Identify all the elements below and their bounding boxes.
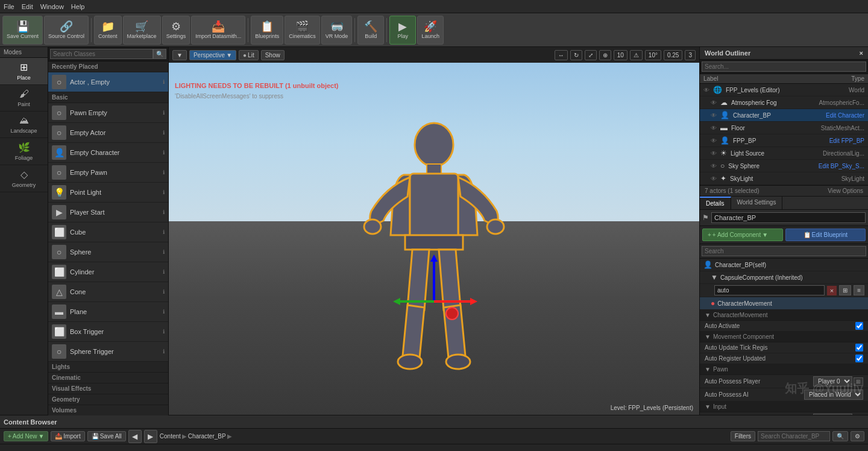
outliner-sky-edit[interactable]: Edit BP_Sky_S... [819,163,864,169]
content-button[interactable]: 📁 Content [94,16,122,45]
cb-nav-forward[interactable]: ▶ [144,430,157,443]
section-pawn[interactable]: ▼ Pawn [700,364,868,375]
outliner-item-light-source[interactable]: 👁 ☀ Light Source DirectionalLig... [700,147,868,160]
sky-visibility-icon[interactable]: 👁 [711,163,717,169]
details-name-input[interactable] [711,212,866,223]
angle-snap[interactable]: 10° [645,50,661,60]
gizmo-world[interactable]: ⊕ [599,50,611,60]
place-item-empty-actor[interactable]: ○ Empty Actor ℹ [48,123,168,143]
auto-tick-checkbox[interactable] [855,344,863,352]
outliner-item-atmospheric-fog[interactable]: 👁 ☁ Atmospheric Fog AtmosphericFo... [700,96,868,109]
cb-search-input[interactable] [758,431,830,441]
show-button[interactable]: Show [261,50,285,60]
outliner-item-skylight[interactable]: 👁 ✦ SkyLight SkyLight [700,172,868,185]
tab-details[interactable]: Details [700,197,731,209]
possess-player-edit[interactable]: ⊞ [854,377,863,386]
char-visibility-icon[interactable]: 👁 [711,112,717,119]
mode-paint[interactable]: 🖌 Paint [0,85,48,112]
play-button[interactable]: ▶ Play [389,16,416,45]
category-cinematic[interactable]: Cinematic [48,373,168,383]
perspective-button[interactable]: Perspective ▼ [189,50,236,60]
place-item-plane[interactable]: ▬ Plane ℹ [48,302,168,322]
category-recently-placed[interactable]: Recently Placed [48,62,168,72]
category-basic[interactable]: Basic [48,92,168,103]
place-item-pawn-empty[interactable]: ○ Pawn Empty ℹ [48,103,168,123]
save-all-button[interactable]: 💾 Save All [87,431,126,441]
comp-auto-btn2[interactable]: ≡ [854,285,864,295]
edit-blueprint-button[interactable]: 📋 Edit Blueprint [785,229,866,241]
menu-file[interactable]: File [4,3,14,10]
vr-mode-button[interactable]: 🥽 VR Mode [321,16,353,45]
comp-item-character-movement[interactable]: ● CharacterMovement [700,297,868,310]
place-item-point-light[interactable]: 💡 Point Light ℹ [48,183,168,203]
place-item-player-start[interactable]: ▶ Player Start ℹ [48,203,168,222]
outliner-search-input[interactable] [702,62,866,72]
viewport-options-button[interactable]: ▼ [172,50,187,60]
add-new-button[interactable]: + Add New ▼ [4,431,48,441]
launch-button[interactable]: 🚀 Launch [417,16,444,45]
receive-input-edit[interactable]: ⊞ [854,415,863,415]
cinematics-button[interactable]: 🎬 Cinematics [285,16,320,45]
category-volumes[interactable]: Volumes [48,405,168,416]
place-search-input[interactable] [50,49,153,59]
place-item-empty-pawn[interactable]: ○ Empty Pawn ℹ [48,163,168,183]
place-item-cube[interactable]: ⬜ Cube ℹ [48,222,168,242]
place-item-empty-character[interactable]: 👤 Empty Character ℹ [48,143,168,163]
outliner-item-fpp-levels[interactable]: 👁 🌐 FPP_Levels (Editor) World [700,84,868,96]
comp-auto-btn1[interactable]: ⊞ [839,285,851,295]
category-lights[interactable]: Lights [48,362,168,373]
details-search-input[interactable] [702,246,866,256]
outliner-item-sky-sphere[interactable]: 👁 ○ Sky Sphere Edit BP_Sky_S... [700,160,868,172]
lit-button[interactable]: ● Lit [239,50,259,60]
place-item-sphere-trigger[interactable]: ○ Sphere Trigger ℹ [48,342,168,362]
comp-auto-clear[interactable]: × [827,286,837,295]
menu-help[interactable]: Help [71,3,85,10]
import-datasmith-button[interactable]: 📥 Import Datasmith... [191,16,245,45]
mode-foliage[interactable]: 🌿 Foliage [0,138,48,165]
gizmo-scale[interactable]: ⤢ [585,50,597,60]
camera-speed[interactable]: 3 [685,50,696,60]
outliner-item-floor[interactable]: 👁 ▬ Floor StaticMeshAct... [700,122,868,134]
blueprints-button[interactable]: 📋 Blueprints [251,16,283,45]
place-item-cone[interactable]: △ Cone ℹ [48,282,168,302]
place-item-box-trigger[interactable]: ⬜ Box Trigger ℹ [48,322,168,342]
cb-path-character-bp[interactable]: Character_BP [188,433,226,440]
cb-search-button[interactable]: 🔍 [832,431,848,441]
warning-btn[interactable]: ⚠ [630,50,643,60]
cb-settings-button[interactable]: ⚙ [851,431,864,441]
settings-button[interactable]: ⚙ Settings [162,16,190,45]
cb-path-content[interactable]: Content [160,433,181,440]
source-control-button[interactable]: 🔗 Source Control [44,16,89,45]
build-button[interactable]: 🔨 Build [357,16,384,45]
viewport[interactable]: ▼ Perspective ▼ ● Lit Show ↔ ↻ ⤢ ⊕ 10 ⚠ … [169,47,699,415]
close-outliner-icon[interactable]: × [860,49,863,57]
place-item-cylinder[interactable]: ⬜ Cylinder ℹ [48,262,168,282]
gizmo-translate[interactable]: ↔ [555,50,568,60]
light-visibility-icon[interactable]: 👁 [711,150,717,157]
section-input[interactable]: ▼ Input [700,402,868,412]
fog-visibility-icon[interactable]: 👁 [711,99,717,106]
grid-size[interactable]: 10 [614,50,627,60]
comp-item-self[interactable]: 👤 Character_BP(self) [700,259,868,271]
auto-activate-checkbox[interactable] [855,322,863,330]
mode-place[interactable]: ⊞ Place [0,58,48,85]
marketplace-button[interactable]: 🛒 Marketplace [123,16,161,45]
fppbp-visibility-icon[interactable]: 👁 [711,137,717,144]
outliner-item-character-bp[interactable]: 👁 👤 Character_BP Edit Character [700,109,868,122]
skylight-visibility-icon[interactable]: 👁 [711,175,717,182]
mode-landscape[interactable]: ⛰ Landscape [0,112,48,138]
place-search-button[interactable]: 🔍 [153,49,166,59]
comp-auto-input[interactable] [714,285,825,295]
scale-snap[interactable]: 0.25 [664,50,682,60]
outliner-char-edit[interactable]: Edit Character [826,112,864,119]
visibility-icon[interactable]: 👁 [703,87,709,93]
outliner-item-fpp-bp[interactable]: 👁 👤 FPP_BP Edit FPP_BP [700,134,868,147]
save-current-button[interactable]: 💾 Save Current [2,16,43,45]
cb-nav-back[interactable]: ◀ [128,430,142,443]
place-item-actor-empty[interactable]: ○ Actor , Empty ℹ [48,72,168,92]
category-visual-effects[interactable]: Visual Effects [48,383,168,394]
place-item-sphere[interactable]: ○ Sphere ℹ [48,242,168,262]
gizmo-rotate[interactable]: ↻ [570,50,582,60]
possess-ai-dropdown[interactable]: Placed in World [804,390,863,400]
comp-item-capsule[interactable]: ▼ CapsuleComponent (Inherited) [700,271,868,284]
